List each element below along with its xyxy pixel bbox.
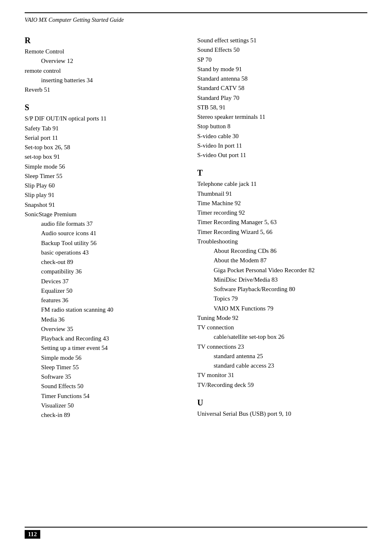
index-entry: Remote Control [25, 47, 181, 56]
index-entry: S/P DIF OUT/IN optical ports 11 [25, 114, 181, 123]
index-entry: FM radio station scanning 40 [25, 305, 181, 315]
index-entry: Topics 79 [197, 294, 367, 303]
index-entry: compatibility 36 [25, 267, 181, 276]
index-entry: Sleep Timer 55 [25, 363, 181, 372]
index-entry: Stereo speaker terminals 11 [197, 112, 367, 122]
index-entry: STB 58, 91 [197, 103, 367, 112]
index-entry: About the Modem 87 [197, 256, 367, 265]
page-number: 112 [25, 530, 40, 539]
index-entry: TV monitor 31 [197, 370, 367, 380]
header-text: VAIO MX Computer Getting Started Guide [25, 17, 124, 23]
index-entry: cable/satellite set-top box 26 [197, 332, 367, 342]
index-entry: Tuning Mode 92 [197, 313, 367, 323]
index-entry: S-video cable 30 [197, 132, 367, 141]
index-entry: Reverb 51 [25, 85, 181, 95]
index-entry: set-top box 91 [25, 152, 181, 162]
index-entry: Timer Recording Manager 5, 63 [197, 218, 367, 227]
index-entry: check-in 89 [25, 410, 181, 420]
index-entry: Time Machine 92 [197, 199, 367, 208]
index-entry: Sound effect settings 51 [197, 36, 367, 45]
index-entry: Sound Effects 50 [197, 45, 367, 55]
index-entry: Backup Tool utility 56 [25, 238, 181, 248]
index-entry: Standard Play 70 [197, 93, 367, 103]
index-entry: Thumbnail 91 [197, 189, 367, 199]
index-entry: features 36 [25, 296, 181, 305]
index-entry: standard cable access 23 [197, 361, 367, 370]
index-entry: Devices 37 [25, 277, 181, 286]
index-entry: Snapshot 91 [25, 200, 181, 210]
index-entry: Serial port 11 [25, 133, 181, 143]
index-entry: Standard antenna 58 [197, 74, 367, 83]
index-entry: About Recording CDs 86 [197, 246, 367, 256]
page: VAIO MX Computer Getting Started Guide R… [0, 0, 392, 551]
index-entry: Timer Recording Wizard 5, 66 [197, 227, 367, 237]
index-entry: basic operations 43 [25, 248, 181, 257]
index-entry: Set-top box 26, 58 [25, 143, 181, 152]
index-entry: SonicStage Premium [25, 210, 181, 219]
index-entry: inserting batteries 34 [25, 76, 181, 85]
index-entry: Overview 12 [25, 56, 181, 66]
index-entry: audio file formats 37 [25, 219, 181, 229]
section-letter-t: T [197, 168, 367, 178]
index-entry: S-video Out port 11 [197, 150, 367, 160]
index-entry: Equalizer 50 [25, 286, 181, 296]
index-entry: Stand by mode 91 [197, 65, 367, 74]
section-letter-r: R [25, 36, 181, 45]
index-entry: Playback and Recording 43 [25, 334, 181, 343]
index-entry: Setting up a timer event 54 [25, 343, 181, 353]
index-entry: Overview 35 [25, 324, 181, 334]
index-entry: Safety Tab 91 [25, 124, 181, 133]
index-entry: Slip Play 60 [25, 181, 181, 190]
index-entry: Standard CATV 58 [197, 83, 367, 93]
page-header: VAIO MX Computer Getting Started Guide [25, 12, 367, 23]
index-entry: Timer Functions 54 [25, 391, 181, 401]
index-entry: Sleep Timer 55 [25, 171, 181, 181]
index-entry: Visualizer 50 [25, 401, 181, 410]
index-entry: Sound Effects 50 [25, 382, 181, 391]
index-entry: remote control [25, 66, 181, 76]
index-entry: Universal Serial Bus (USB) port 9, 10 [197, 409, 367, 419]
index-entry: TV connections 23 [197, 342, 367, 352]
index-entry: standard antenna 25 [197, 352, 367, 361]
index-entry: Audio source icons 41 [25, 229, 181, 238]
index-entry: Software 35 [25, 372, 181, 382]
section-letter-u: U [197, 398, 367, 407]
index-entry: Giga Pocket Personal Video Recorder 82 [197, 266, 367, 275]
index-entry: Telephone cable jack 11 [197, 179, 367, 189]
left-column: RRemote ControlOverview 12remote control… [25, 36, 181, 420]
index-entry: Timer recording 92 [197, 208, 367, 218]
right-column: Sound effect settings 51Sound Effects 50… [197, 36, 367, 420]
section-letter-s: S [25, 103, 181, 112]
index-entry: SP 70 [197, 55, 367, 65]
index-entry: Media 36 [25, 315, 181, 324]
index-entry: VAIO MX Functions 79 [197, 304, 367, 313]
index-entry: Slip play 91 [25, 190, 181, 200]
page-footer: 112 [25, 527, 367, 539]
index-entry: MiniDisc Drive/Media 83 [197, 275, 367, 285]
index-entry: Simple mode 56 [25, 162, 181, 171]
index-entry: S-video In port 11 [197, 141, 367, 150]
index-entry: Software Playback/Recording 80 [197, 285, 367, 294]
index-entry: Troubleshooting [197, 237, 367, 246]
main-content: RRemote ControlOverview 12remote control… [25, 36, 367, 420]
index-entry: Simple mode 56 [25, 353, 181, 363]
index-entry: TV/Recording deck 59 [197, 380, 367, 390]
index-entry: check-out 89 [25, 257, 181, 267]
index-entry: TV connection [197, 323, 367, 332]
index-entry: Stop button 8 [197, 122, 367, 131]
